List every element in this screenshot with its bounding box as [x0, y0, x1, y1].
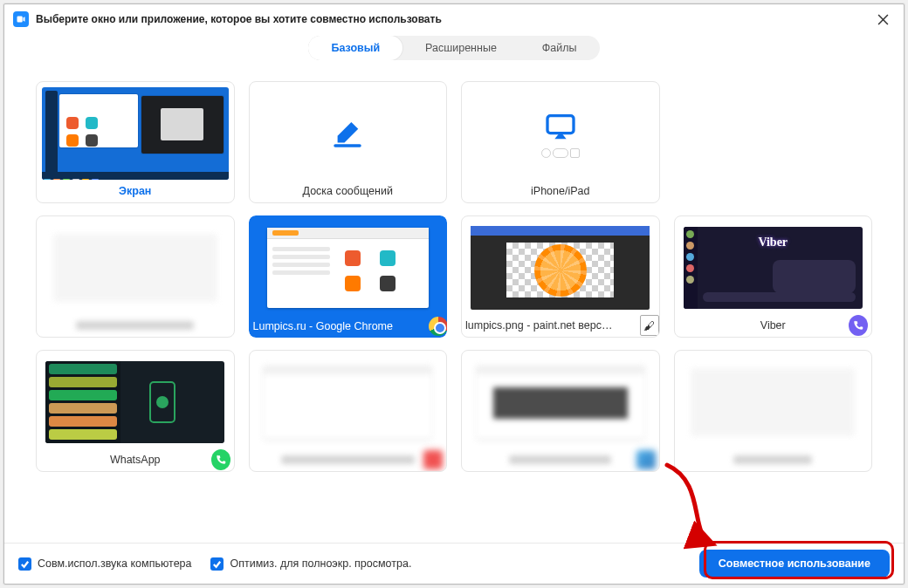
option-blurred-4[interactable] [674, 350, 873, 472]
tab-basic[interactable]: Базовый [308, 36, 402, 60]
thumb-whatsapp [37, 351, 234, 448]
checkbox-share-audio[interactable]: Совм.испол.звука компьютера [18, 557, 191, 571]
option-paint[interactable]: lumpics.png - paint.net версия 4... 🖌 [461, 215, 660, 338]
whatsapp-icon [211, 450, 230, 469]
option-whatsapp[interactable]: WhatsApp [36, 350, 235, 472]
app-icon-blue [636, 450, 656, 469]
close-button[interactable] [870, 7, 895, 31]
viber-icon [849, 316, 868, 335]
share-button[interactable]: Совместное использование [699, 550, 890, 578]
tab-group: Базовый Расширенные Файлы [308, 36, 599, 60]
share-options-grid: Экран Доска сообщений iPhone/iPad [36, 81, 872, 472]
option-iphone-label: iPhone/iPad [531, 185, 589, 197]
option-chrome[interactable]: Lumpics.ru - Google Chrome [249, 215, 448, 338]
zoom-icon [13, 11, 29, 27]
footer-bar: Совм.испол.звука компьютера Оптимиз. для… [4, 543, 904, 584]
thumb-viber: Viber [675, 216, 872, 314]
option-blurred-2[interactable] [249, 350, 448, 472]
option-whiteboard-label: Доска сообщений [303, 185, 393, 197]
app-icon-red [423, 450, 443, 469]
tab-files[interactable]: Файлы [519, 36, 600, 60]
chrome-icon [429, 317, 447, 336]
dialog-title: Выберите окно или приложение, которое вы… [36, 13, 442, 25]
pencil-icon [250, 82, 447, 180]
option-whatsapp-label: WhatsApp [110, 454, 161, 466]
option-paint-label: lumpics.png - paint.net версия 4... [465, 319, 614, 332]
option-screen-label: Экран [119, 185, 151, 197]
option-viber-label: Viber [760, 319, 786, 332]
paintnet-icon: 🖌 [640, 316, 659, 335]
svg-rect-0 [547, 115, 574, 133]
checkbox-checked-icon [210, 557, 224, 571]
option-iphone-ipad[interactable]: iPhone/iPad [461, 81, 660, 203]
option-whiteboard[interactable]: Доска сообщений [249, 81, 448, 203]
option-blurred-1-label [76, 321, 194, 330]
checkbox-optimize-video[interactable]: Оптимиз. для полноэкр. просмотра. [210, 557, 411, 571]
option-screen[interactable]: Экран [36, 81, 235, 203]
checkbox-share-audio-label: Совм.испол.звука компьютера [38, 557, 191, 570]
thumb-chrome [249, 215, 448, 315]
checkbox-optimize-video-label: Оптимиз. для полноэкр. просмотра. [230, 557, 411, 570]
tab-advanced[interactable]: Расширенные [402, 36, 519, 60]
option-blurred-3[interactable] [461, 350, 660, 472]
option-blurred-2-label [281, 455, 415, 464]
close-icon [877, 14, 889, 25]
option-chrome-label: Lumpics.ru - Google Chrome [253, 320, 393, 332]
option-viber[interactable]: Viber Viber [674, 215, 873, 338]
thumb-screen [37, 82, 234, 180]
option-blurred-1[interactable] [36, 215, 235, 338]
checkbox-checked-icon [18, 557, 31, 571]
option-blurred-4-label [733, 455, 812, 464]
airplay-icon [462, 82, 659, 180]
option-blurred-3-label [509, 455, 611, 464]
thumb-paint [462, 216, 659, 314]
